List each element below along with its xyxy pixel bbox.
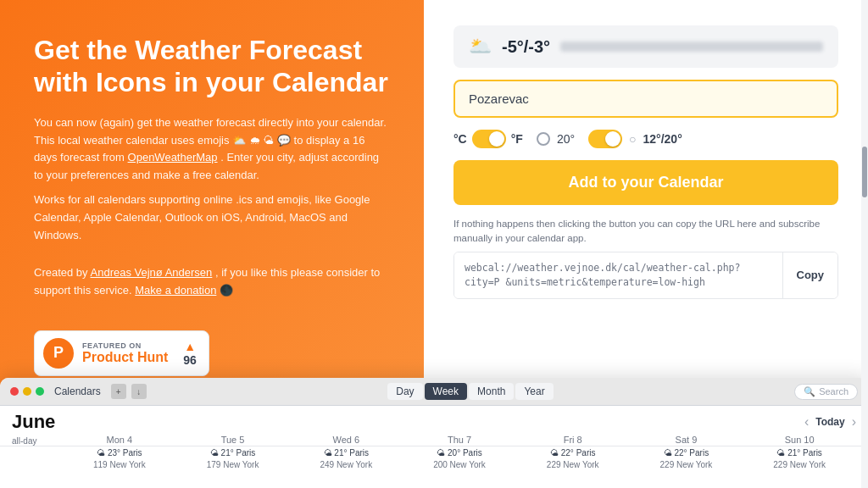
url-copy-row: webcal://weather.vejnoe.dk/cal/weather-c… [453,252,838,300]
toolbar-icons: + ↓ [111,384,147,399]
ny-entry-thu: 200 New York [403,460,516,469]
next-month-button[interactable]: › [852,414,856,430]
weather-temperature: -5°/-3° [502,37,550,57]
celsius-label: °C [453,132,467,146]
separator-icon: ○ [629,132,636,146]
celsius-toggle[interactable] [472,130,506,148]
day-header-mon: Mon 4 [63,435,176,446]
description-para-1: You can now (again) get the weather fore… [34,114,390,185]
product-hunt-badge[interactable]: P FEATURED ON Product Hunt ▲ 96 [34,330,209,376]
fahrenheit-label: °F [511,132,523,146]
day-16-label: 20° [557,132,575,146]
weather-entry-tue: 🌤 21° Paris [176,448,290,458]
maximize-dot[interactable] [36,387,44,396]
ny-entry-fri: 229 New York [516,460,630,469]
city-input[interactable] [453,80,838,118]
settings-row: °C °F 20° ○ 12°/20° [453,130,838,148]
ny-entry-wed: 249 New York [289,460,403,469]
description-para-2: Works for all calendars supporting onlin… [34,191,390,244]
add-to-calendar-button[interactable]: Add to your Calendar [453,160,838,205]
weather-location-blurred [560,42,823,52]
ny-entry-sat: 229 New York [630,460,743,469]
ny-entry-tue: 179 New York [176,460,290,469]
weather-entry-mon: 🌤 23° Paris [63,448,176,458]
day-header-thu: Thu 7 [403,435,516,446]
temp-range-label: 12°/20° [643,132,682,146]
day-range-toggle[interactable] [588,130,622,148]
nav-week[interactable]: Week [425,383,467,400]
calendar-nav-buttons: Day Week Month Year [387,383,553,400]
today-button[interactable]: Today [815,416,844,428]
weather-entry-sun: 🌤 21° Paris [743,448,856,458]
calendar-search[interactable]: 🔍 Search [794,384,858,400]
nav-year[interactable]: Year [515,383,553,400]
ph-arrow-icon: ▲ [184,340,196,353]
day-header-sun: Sun 10 [743,435,856,446]
window-dots [10,387,44,396]
weather-entry-wed: 🌤 21° Paris [289,448,403,458]
calendar-month-title: June [12,411,55,433]
author-link[interactable]: Andreas Vejnø Andersen [91,266,213,279]
celsius-group: °C °F [453,130,523,148]
ph-count: 96 [183,353,197,367]
calendar-toolbar: Calendars + ↓ Day Week Month Year 🔍 Sear… [0,378,868,406]
search-placeholder: Search [819,386,849,396]
calendars-label: Calendars [54,385,101,397]
weather-display-bar: 🌥️ -5°/-3° [453,25,838,68]
calendar-url: webcal://weather.vejnoe.dk/cal/weather-c… [454,252,782,299]
weather-entry-sat: 🌤 22° Paris [630,448,743,458]
weather-entry-thu: 🌤 20° Paris [403,448,516,458]
ph-featured-label: FEATURED ON [82,341,168,350]
url-hint-text: If nothing happens then clicking the but… [453,217,838,247]
scrollbar[interactable] [861,0,868,488]
ny-entry-sun: 229 New York [743,460,856,469]
ph-name: Product Hunt [82,350,168,365]
nav-day[interactable]: Day [387,383,422,400]
openweathermap-link[interactable]: OpenWeatherMap [128,151,218,164]
scrollbar-thumb[interactable] [862,147,867,197]
search-icon: 🔍 [804,386,815,397]
close-dot[interactable] [10,387,19,396]
minimize-dot[interactable] [23,387,31,396]
download-icon[interactable]: ↓ [131,384,147,399]
calendar-preview: Calendars + ↓ Day Week Month Year 🔍 Sear… [0,378,868,488]
url-section: If nothing happens then clicking the but… [453,217,838,299]
day-16-group: 20° [537,132,575,146]
page-headline: Get the Weather Forecast with Icons in y… [34,34,390,99]
all-day-label: all-day [12,435,63,446]
donate-link[interactable]: Make a donation [135,284,216,297]
day-header-tue: Tue 5 [176,435,290,446]
prev-month-button[interactable]: ‹ [804,414,809,430]
nav-month[interactable]: Month [469,383,514,400]
ny-entry-mon: 119 New York [63,460,176,469]
ph-votes: ▲ 96 [183,340,197,367]
created-by-text: Created by Andreas Vejnø Andersen , if y… [34,264,390,300]
add-calendar-icon[interactable]: + [111,384,126,399]
day-header-wed: Wed 6 [289,435,403,446]
day-header-sat: Sat 9 [630,435,743,446]
day-header-fri: Fri 8 [516,435,630,446]
copy-button[interactable]: Copy [782,252,838,299]
day-16-radio-off[interactable] [537,132,550,146]
weather-entry-fri: 🌤 22° Paris [516,448,630,458]
day-range-group: ○ 12°/20° [588,130,682,148]
product-hunt-icon: P [43,338,74,369]
weather-icon: 🌥️ [469,36,492,58]
